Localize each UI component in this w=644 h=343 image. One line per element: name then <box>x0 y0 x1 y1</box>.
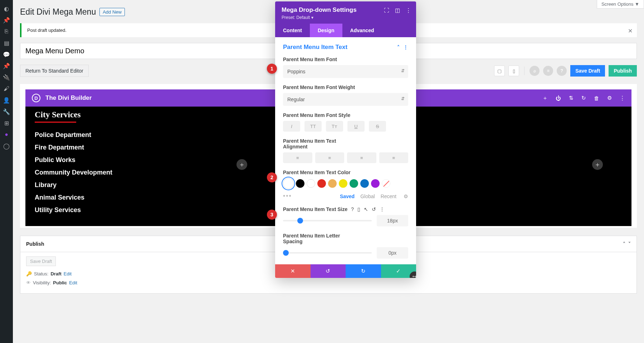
metabox-up-icon[interactable]: ˄ <box>623 241 625 247</box>
preview-menu-item[interactable]: Community Development <box>35 169 221 176</box>
align-justify-button[interactable]: ≡ <box>379 152 409 163</box>
desktop-view-icon[interactable]: ▢ <box>494 65 505 76</box>
color-tab-recent[interactable]: Recent <box>381 193 396 199</box>
size-hover-icon[interactable]: ↖ <box>364 206 368 212</box>
tab-advanced[interactable]: Advanced <box>342 24 382 37</box>
preview-menu-item[interactable]: Public Works <box>35 156 221 164</box>
divi-outline-icon[interactable]: ◯ <box>0 140 13 152</box>
size-reset-icon[interactable]: ↺ <box>372 206 376 212</box>
screen-options-toggle[interactable]: Screen Options ▼ <box>597 0 644 9</box>
add-module-icon[interactable]: ＋ <box>542 95 548 102</box>
preview-menu-item[interactable]: Utility Services <box>35 206 221 214</box>
save-draft-button[interactable]: Save Draft <box>570 65 605 77</box>
callout-2: 2 <box>267 172 277 182</box>
preview-menu-item[interactable]: Fire Department <box>35 144 221 151</box>
page-title: Edit Divi Mega Menu <box>20 7 96 17</box>
callout-1: 1 <box>267 64 277 74</box>
pin2-icon[interactable]: 📌 <box>0 60 13 72</box>
expand-icon[interactable]: ⛶ <box>384 7 389 14</box>
cancel-button[interactable]: ✕ <box>275 264 311 278</box>
gear-icon[interactable]: ⚙ <box>607 95 612 101</box>
section-title[interactable]: Parent Menu Item Text <box>283 44 347 51</box>
color-tab-saved[interactable]: Saved <box>340 193 355 199</box>
tab-design[interactable]: Design <box>310 24 342 37</box>
color-swatch[interactable] <box>371 179 380 188</box>
size-responsive-icon[interactable]: ▯ <box>357 206 360 212</box>
tab-content[interactable]: Content <box>275 24 310 37</box>
size-slider[interactable] <box>283 220 372 221</box>
publish-button[interactable]: Publish <box>609 65 637 77</box>
layers-icon[interactable]: ≡ <box>543 66 553 76</box>
more-colors-icon[interactable]: ••• <box>283 192 292 200</box>
snap-icon[interactable]: ◫ <box>395 7 400 14</box>
trash-icon[interactable]: 🗑 <box>594 95 599 101</box>
media-icon[interactable]: ▤ <box>0 37 13 49</box>
align-center-button[interactable]: ≡ <box>315 152 345 163</box>
spacing-value[interactable]: 0px <box>377 247 408 259</box>
add-block-button-left[interactable]: ＋ <box>236 159 247 170</box>
add-block-button-right[interactable]: ＋ <box>592 159 603 170</box>
color-settings-icon[interactable]: ⚙ <box>404 193 408 199</box>
tools-icon[interactable]: 🔧 <box>0 106 13 117</box>
section-more-icon[interactable]: ⋮ <box>403 44 408 50</box>
posts-icon[interactable]: ⎘ <box>0 26 13 37</box>
dismiss-notice-icon[interactable]: ✕ <box>628 28 633 34</box>
help-icon[interactable]: ? <box>557 66 567 76</box>
settings-icon[interactable]: ⊞ <box>0 117 13 129</box>
spacing-slider[interactable] <box>283 252 372 254</box>
search-icon[interactable]: ⌕ <box>530 66 540 76</box>
visibility-row: 👁 Visibility: Public Edit <box>26 280 631 285</box>
underline-button[interactable]: U <box>347 121 365 132</box>
collapse-icon[interactable]: ˄ <box>397 44 400 50</box>
color-swatch[interactable] <box>328 179 337 188</box>
undo-button[interactable]: ↺ <box>311 264 346 278</box>
appearance-icon[interactable]: 🖌 <box>0 83 13 94</box>
color-swatch[interactable] <box>296 179 304 188</box>
metabox-down-icon[interactable]: ˅ <box>628 241 631 247</box>
modal-more-icon[interactable]: ⋮ <box>406 7 411 14</box>
divi-solid-icon[interactable]: ● <box>0 129 13 140</box>
size-help-icon[interactable]: ? <box>351 206 354 212</box>
size-value[interactable]: 18px <box>377 215 408 226</box>
size-more-icon[interactable]: ⋮ <box>380 206 385 212</box>
color-swatch[interactable] <box>283 178 294 189</box>
preview-menu-item[interactable]: Library <box>35 181 221 189</box>
uppercase-button[interactable]: TT <box>304 121 322 132</box>
swap-icon[interactable]: ⇅ <box>569 95 574 101</box>
color-swatch[interactable] <box>360 179 369 188</box>
font-style-buttons: I TT Tᴛ U S <box>283 121 408 132</box>
history-icon[interactable]: ↻ <box>581 95 586 101</box>
preview-menu-item[interactable]: Animal Services <box>35 194 221 201</box>
tablet-view-icon[interactable]: ▯ <box>508 65 519 76</box>
italic-button[interactable]: I <box>283 121 300 132</box>
align-left-button[interactable]: ≡ <box>283 152 312 163</box>
edit-status-link[interactable]: Edit <box>64 271 72 276</box>
plugins-icon[interactable]: 🔌 <box>0 72 13 83</box>
more-icon[interactable]: ⋮ <box>620 95 625 101</box>
redo-button[interactable]: ↻ <box>346 264 381 278</box>
color-label: Parent Menu Item Text Color <box>283 170 408 175</box>
color-tab-global[interactable]: Global <box>360 193 375 199</box>
preset-selector[interactable]: Preset: Default ▾ <box>282 15 410 20</box>
alignment-buttons: ≡ ≡ ≡ ≡ <box>283 152 408 163</box>
power-icon[interactable]: ⏻ <box>556 95 561 101</box>
add-new-button[interactable]: Add New <box>99 8 125 16</box>
users-icon[interactable]: 👤 <box>0 94 13 106</box>
edit-visibility-link[interactable]: Edit <box>69 280 77 285</box>
no-color-swatch[interactable] <box>382 179 390 188</box>
strikethrough-button[interactable]: S <box>369 121 386 132</box>
align-right-button[interactable]: ≡ <box>347 152 376 163</box>
pin-icon[interactable]: 📌 <box>0 14 13 26</box>
smallcaps-button[interactable]: Tᴛ <box>326 121 343 132</box>
weight-select[interactable]: Regular <box>283 93 408 106</box>
color-swatch[interactable] <box>350 179 358 188</box>
color-swatch[interactable] <box>307 179 315 188</box>
color-swatch[interactable] <box>317 179 326 188</box>
font-select[interactable]: Poppins <box>283 65 408 78</box>
comments-icon[interactable]: 💬 <box>0 49 13 60</box>
dashboard-icon[interactable]: ◐ <box>0 3 13 14</box>
color-swatch[interactable] <box>339 179 347 188</box>
preview-menu-item[interactable]: Police Department <box>35 131 221 139</box>
return-standard-editor-button[interactable]: Return To Standard Editor <box>20 65 89 77</box>
save-draft-small-button[interactable]: Save Draft <box>26 256 56 266</box>
